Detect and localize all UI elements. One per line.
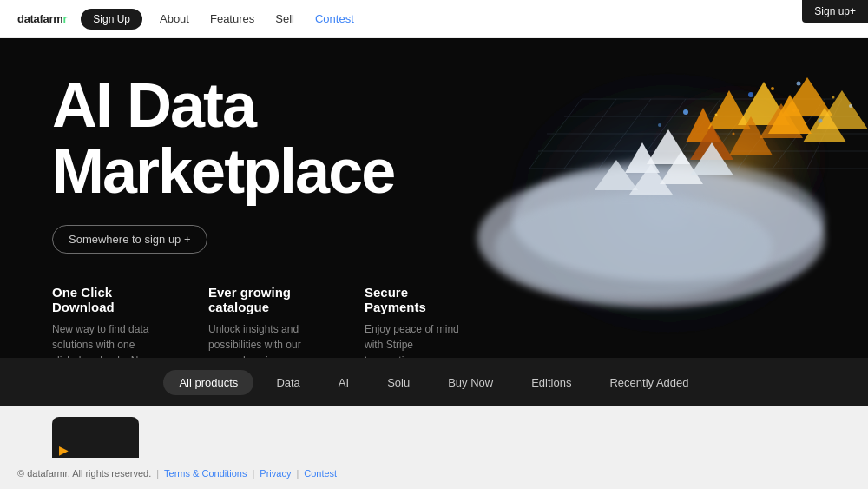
- hero-title: AI Data Marketplace: [52, 73, 469, 204]
- corner-signup-button[interactable]: Sign up+: [802, 0, 868, 23]
- footer-copyright: © datafarmr. All rights reserved.: [17, 468, 151, 479]
- hero-section: AI Data Marketplace Somewhere to sign up…: [0, 38, 868, 393]
- nav-signup-button[interactable]: Sign Up: [81, 9, 142, 30]
- feature-title-1: One Click Download: [52, 285, 156, 314]
- hero-cta-button[interactable]: Somewhere to sign up +: [52, 225, 207, 254]
- footer-contest-link[interactable]: Contest: [304, 468, 337, 479]
- footer-sep-1: |: [156, 468, 159, 479]
- hero-art: [408, 38, 868, 393]
- filter-solu[interactable]: Solu: [372, 370, 425, 395]
- filter-buy-now[interactable]: Buy Now: [432, 370, 509, 395]
- navbar: datafarmr Sign Up About Features Sell Co…: [0, 0, 868, 38]
- svg-point-37: [849, 104, 852, 108]
- feature-title-3: Secure Payments: [365, 285, 469, 314]
- svg-point-39: [748, 92, 753, 97]
- hero-content: AI Data Marketplace Somewhere to sign up…: [52, 73, 469, 393]
- nav-logo: datafarmr: [17, 12, 67, 25]
- nav-links: About Features Sell Contest: [160, 12, 842, 25]
- svg-point-42: [771, 87, 774, 90]
- feature-title-2: Ever growing catalogue: [208, 285, 312, 314]
- svg-point-43: [832, 96, 835, 99]
- filter-editions[interactable]: Editions: [516, 370, 587, 395]
- filter-all-products[interactable]: All products: [163, 370, 253, 395]
- svg-point-44: [733, 133, 735, 135]
- svg-point-36: [797, 82, 801, 86]
- nav-link-about[interactable]: About: [160, 12, 189, 25]
- svg-point-38: [658, 123, 661, 127]
- logo-text: datafarmr: [17, 12, 67, 25]
- footer-sep-3: |: [296, 468, 299, 479]
- footer-privacy-link[interactable]: Privacy: [260, 468, 291, 479]
- footer-terms-link[interactable]: Terms & Conditions: [164, 468, 247, 479]
- filter-recently-added[interactable]: Recently Added: [594, 370, 704, 395]
- svg-point-4: [495, 195, 773, 299]
- card-peek-icon: ▶: [59, 443, 69, 457]
- filter-data[interactable]: Data: [260, 370, 315, 395]
- svg-point-40: [819, 119, 823, 123]
- svg-point-45: [792, 109, 796, 112]
- filter-ai[interactable]: AI: [323, 370, 365, 395]
- footer-sep-2: |: [252, 468, 254, 479]
- nav-link-contest[interactable]: Contest: [315, 12, 354, 25]
- svg-point-35: [683, 109, 688, 115]
- nav-link-sell[interactable]: Sell: [275, 12, 294, 25]
- footer-bar: © datafarmr. All rights reserved. | Term…: [0, 458, 868, 489]
- filter-bar: All products Data AI Solu Buy Now Editio…: [0, 358, 868, 406]
- nav-link-features[interactable]: Features: [210, 12, 254, 25]
- svg-point-41: [715, 114, 718, 116]
